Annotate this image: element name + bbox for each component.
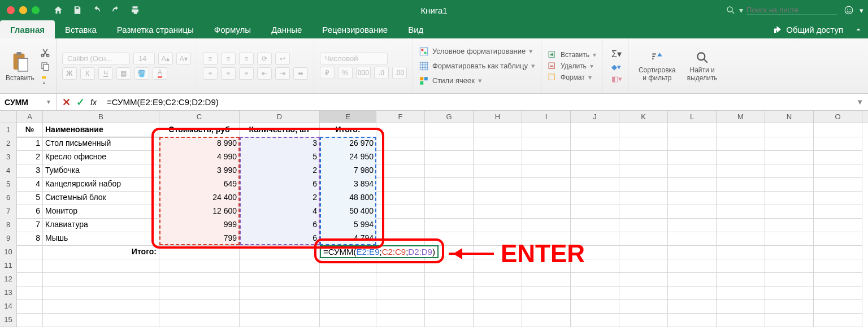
cell[interactable]: 6 [240, 218, 320, 232]
cell[interactable] [619, 259, 668, 273]
currency-icon[interactable]: ₽ [320, 67, 335, 79]
cell[interactable] [717, 191, 765, 205]
cell[interactable] [474, 164, 522, 178]
align-left-icon[interactable]: ≡ [203, 67, 218, 80]
cell[interactable] [376, 164, 425, 178]
cell[interactable] [376, 137, 425, 151]
cell[interactable] [668, 123, 717, 137]
cell[interactable]: 7 980 [320, 164, 376, 178]
row-header[interactable]: 10 [0, 245, 17, 259]
paste-button[interactable]: Вставить [6, 50, 34, 82]
cell[interactable] [668, 164, 717, 178]
cell[interactable] [571, 299, 619, 314]
delete-cells-button[interactable]: Удалить▾ [547, 61, 596, 71]
cell[interactable] [43, 299, 159, 314]
cell[interactable] [522, 177, 571, 192]
cell[interactable]: Стол письменный [43, 137, 159, 151]
accept-formula-icon[interactable]: ✓ [76, 96, 85, 108]
font-color-button[interactable]: A [153, 67, 167, 80]
cell[interactable] [571, 164, 619, 178]
cell[interactable]: Наименование [43, 123, 159, 137]
cell[interactable] [717, 286, 765, 300]
cell[interactable]: 2 [240, 191, 320, 205]
align-top-icon[interactable]: ≡ [203, 53, 218, 65]
tab-view[interactable]: Вид [398, 20, 433, 38]
cell[interactable] [619, 150, 668, 164]
cell[interactable] [717, 137, 765, 151]
cell[interactable] [668, 218, 717, 232]
cell[interactable] [17, 272, 43, 286]
cell[interactable]: 24 400 [159, 191, 240, 205]
cell[interactable] [619, 286, 668, 300]
row-header[interactable]: 8 [0, 218, 17, 232]
cell[interactable] [376, 150, 425, 164]
cell[interactable] [668, 286, 717, 300]
merge-icon[interactable]: ⬌ [293, 67, 308, 80]
tab-formulas[interactable]: Формулы [204, 20, 261, 38]
cell[interactable] [425, 177, 474, 192]
cell[interactable] [571, 205, 619, 219]
col-header[interactable]: F [376, 111, 425, 123]
row-header[interactable]: 11 [0, 259, 17, 273]
cell[interactable] [717, 245, 765, 259]
col-header[interactable]: D [240, 111, 320, 123]
cell[interactable] [571, 286, 619, 300]
cell[interactable] [717, 150, 765, 164]
cell[interactable]: Монитор [43, 205, 159, 219]
cell[interactable] [522, 164, 571, 178]
cell[interactable]: Мышь [43, 232, 159, 246]
cell-styles-button[interactable]: Стили ячеек▾ [419, 75, 535, 87]
cell[interactable] [17, 313, 43, 327]
col-header[interactable]: N [765, 111, 814, 123]
row-header[interactable]: 12 [0, 272, 17, 286]
cell[interactable] [571, 272, 619, 286]
indent-dec-icon[interactable]: ⇤ [257, 67, 272, 80]
cell[interactable] [425, 313, 474, 327]
cell[interactable] [619, 177, 668, 192]
cell[interactable] [814, 259, 862, 273]
orientation-icon[interactable]: ⟳ [257, 53, 272, 65]
number-format-select[interactable]: Числовой [320, 53, 388, 64]
cell[interactable] [619, 272, 668, 286]
cell[interactable] [425, 205, 474, 219]
cell[interactable]: 24 950 [320, 150, 376, 164]
cell[interactable]: 5 [17, 191, 43, 205]
cell[interactable] [765, 286, 814, 300]
cell[interactable]: 6 [17, 205, 43, 219]
col-header[interactable]: K [619, 111, 668, 123]
cell[interactable] [765, 272, 814, 286]
row-header[interactable]: 13 [0, 286, 17, 300]
format-table-button[interactable]: Форматировать как таблицу▾ [419, 60, 535, 72]
cell[interactable] [814, 150, 862, 164]
cell[interactable] [320, 299, 376, 314]
cell[interactable] [376, 218, 425, 232]
cell[interactable] [522, 205, 571, 219]
cell[interactable] [765, 150, 814, 164]
col-header[interactable]: E [320, 111, 376, 123]
cell[interactable] [17, 245, 43, 259]
cell[interactable] [619, 137, 668, 151]
cell[interactable] [765, 191, 814, 205]
cell[interactable]: Клавиатура [43, 218, 159, 232]
cell[interactable] [474, 123, 522, 137]
tab-data[interactable]: Данные [261, 20, 312, 38]
tab-review[interactable]: Рецензирование [312, 20, 398, 38]
cell[interactable] [814, 272, 862, 286]
cell[interactable] [571, 137, 619, 151]
col-header[interactable]: J [571, 111, 619, 123]
dec-decimal-icon[interactable]: .00 [392, 67, 407, 79]
cell[interactable] [619, 123, 668, 137]
cell[interactable] [240, 259, 320, 273]
cell[interactable] [17, 299, 43, 314]
active-cell-editor[interactable]: =СУММ(E2:E9;C2:C9;D2:D9) [320, 245, 439, 258]
cell[interactable] [717, 313, 765, 327]
cell[interactable]: Тумбочка [43, 164, 159, 178]
formula-input[interactable]: =СУММ(E2:E9;C2:C9;D2:D9) [102, 97, 852, 107]
cell[interactable] [717, 232, 765, 246]
cell[interactable] [474, 137, 522, 151]
cell[interactable] [668, 150, 717, 164]
cell[interactable]: 3 [17, 164, 43, 178]
increase-font-icon[interactable]: A▴ [158, 53, 173, 65]
cell[interactable] [376, 272, 425, 286]
find-select-button[interactable]: Найти и выделить [683, 50, 722, 82]
